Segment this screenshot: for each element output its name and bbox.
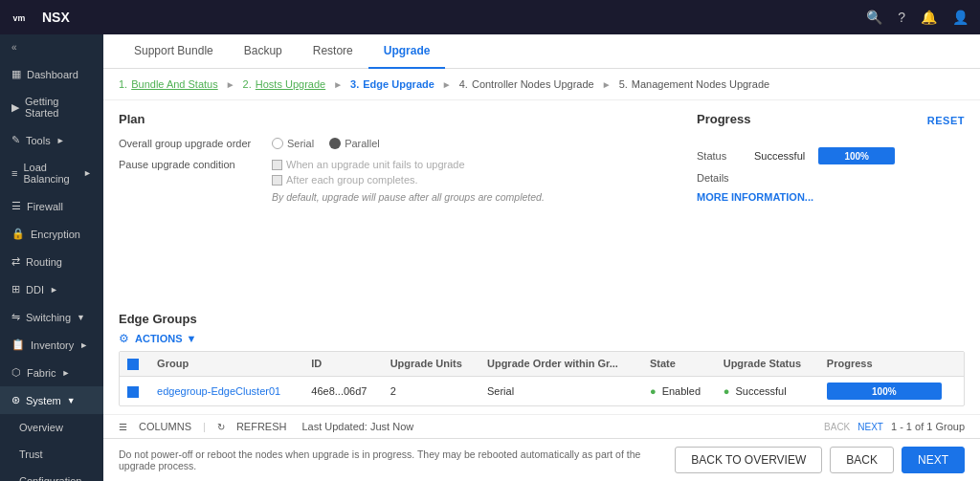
step-controller-nodes[interactable]: 4. Controller Nodes Upgrade	[459, 78, 594, 90]
help-icon[interactable]: ?	[898, 10, 905, 25]
getting-started-icon: ▶	[11, 101, 19, 114]
search-icon[interactable]: 🔍	[866, 10, 882, 25]
row-check-icon[interactable]	[127, 386, 139, 398]
next-button[interactable]: NEXT	[902, 447, 965, 473]
sidebar-item-label: Configuration	[19, 475, 81, 481]
system-icon: ⊛	[11, 394, 20, 406]
tab-support-bundle[interactable]: Support Bundle	[119, 34, 229, 69]
brand: vm NSX	[11, 10, 866, 25]
row-group[interactable]: edgegroup-EdgeCluster01	[149, 377, 303, 406]
sidebar-item-label: System	[26, 395, 61, 406]
step-num: 1.	[119, 78, 127, 90]
upgrade-order-label: Overall group upgrade order	[119, 138, 272, 149]
progress-title: Progress	[697, 112, 750, 126]
main-layout: « ▦ Dashboard ▶ Getting Started ✎ Tools …	[0, 34, 980, 481]
row-upgrade-units: 2	[383, 377, 479, 406]
sidebar-item-label: Routing	[26, 256, 62, 268]
refresh-button[interactable]: REFRESH	[236, 421, 287, 432]
pause-option-2[interactable]: After each group completes.	[272, 174, 465, 186]
sidebar-item-encryption[interactable]: 🔒 Encryption	[0, 220, 103, 248]
sidebar-item-label: Getting Started	[25, 96, 92, 119]
encryption-icon: 🔒	[11, 228, 25, 240]
more-information-link[interactable]: MORE INFORMATION...	[697, 191, 965, 203]
parallel-radio[interactable]: Parallel	[329, 138, 380, 149]
step-label: Hosts Upgrade	[256, 78, 325, 90]
step-sep-4: ►	[602, 79, 612, 90]
sidebar-item-switching[interactable]: ⇋ Switching ▼	[0, 303, 103, 331]
row-upgrade-order: Serial	[479, 377, 642, 406]
sidebar-item-configuration[interactable]: Configuration	[0, 468, 103, 481]
switching-arrow-icon: ▼	[77, 313, 85, 322]
plan-hint: By default, upgrade will pause after all…	[272, 191, 678, 203]
back-to-overview-button[interactable]: BACK TO OVERVIEW	[675, 447, 822, 473]
step-bundle-and-status[interactable]: 1. Bundle And Status	[119, 78, 218, 90]
tab-bar: Support Bundle Backup Restore Upgrade	[103, 34, 980, 69]
sidebar-item-firewall[interactable]: ☰ Firewall	[0, 192, 103, 220]
vm-logo-icon: vm	[11, 10, 34, 25]
sidebar-item-system[interactable]: ⊛ System ▼	[0, 386, 103, 414]
plan-title: Plan	[119, 112, 678, 126]
table-row: edgegroup-EdgeCluster01 46e8...06d7 2 Se…	[120, 377, 964, 406]
tab-upgrade[interactable]: Upgrade	[368, 34, 446, 69]
serial-radio[interactable]: Serial	[272, 138, 314, 149]
main-body: Plan Overall group upgrade order Serial …	[103, 100, 980, 312]
step-sep-1: ►	[226, 79, 235, 90]
bottom-bar: Do not power-off or reboot the nodes whe…	[103, 438, 980, 481]
step-num: 2.	[243, 78, 252, 90]
pause-option-1[interactable]: When an upgrade unit fails to upgrade	[272, 159, 465, 170]
actions-button[interactable]: ACTIONS ▼	[135, 333, 196, 344]
step-sep-3: ►	[442, 79, 452, 90]
header-checkbox[interactable]	[127, 359, 139, 370]
upgrade-order-options: Serial Parallel	[272, 138, 380, 149]
brand-name: NSX	[42, 10, 70, 25]
sidebar-item-label: Switching	[26, 312, 71, 323]
sidebar-item-label: Trust	[19, 448, 43, 460]
status-row: Status Successful 100%	[697, 147, 965, 164]
row-state: ● Enabled	[642, 377, 716, 406]
footer-sep-1: |	[203, 421, 206, 432]
upgrade-status-dot-icon: ●	[724, 385, 730, 397]
sidebar-item-tools[interactable]: ✎ Tools ►	[0, 126, 103, 154]
table-header-row: Group ID Upgrade Units Upgrade Order wit…	[120, 352, 964, 377]
row-progress-bar: 100%	[827, 383, 942, 400]
sidebar-item-overview[interactable]: Overview	[0, 414, 103, 441]
pagination: BACK NEXT 1 - 1 of 1 Group	[824, 421, 965, 432]
bell-icon[interactable]: 🔔	[921, 10, 937, 25]
sidebar-item-inventory[interactable]: 📋 Inventory ►	[0, 331, 103, 359]
reset-button[interactable]: RESET	[927, 115, 965, 126]
top-nav: vm NSX 🔍 ? 🔔 👤	[0, 0, 980, 34]
sidebar-item-load-balancing[interactable]: ≡ Load Balancing ►	[0, 154, 103, 192]
inventory-arrow-icon: ►	[79, 340, 88, 350]
step-edge-upgrade[interactable]: 3. Edge Upgrade	[350, 78, 434, 90]
col-upgrade-status: Upgrade Status	[716, 352, 819, 377]
sidebar-item-trust[interactable]: Trust	[0, 441, 103, 468]
sidebar-item-label: DDI	[26, 284, 44, 295]
sidebar-item-label: Dashboard	[27, 69, 78, 80]
col-group: Group	[149, 352, 303, 377]
routing-icon: ⇄	[11, 255, 20, 268]
back-button[interactable]: BACK	[830, 447, 894, 473]
col-id: ID	[303, 352, 382, 377]
table-footer: ☰ COLUMNS | ↻ REFRESH Last Updated: Just…	[103, 414, 980, 438]
col-upgrade-order: Upgrade Order within Gr...	[479, 352, 642, 377]
next-page-button[interactable]: NEXT	[858, 422, 883, 432]
edge-groups-title: Edge Groups	[119, 312, 965, 326]
tab-backup[interactable]: Backup	[229, 34, 298, 69]
step-management-nodes[interactable]: 5. Management Nodes Upgrade	[619, 78, 770, 90]
back-page-button[interactable]: BACK	[824, 422, 850, 432]
sidebar-item-routing[interactable]: ⇄ Routing	[0, 248, 103, 275]
pause-option-2-label: After each group completes.	[286, 174, 418, 186]
sidebar-item-ddi[interactable]: ⊞ DDI ►	[0, 275, 103, 303]
sidebar-item-getting-started[interactable]: ▶ Getting Started	[0, 88, 103, 126]
step-label: Controller Nodes Upgrade	[472, 78, 594, 90]
step-hosts-upgrade[interactable]: 2. Hosts Upgrade	[243, 78, 326, 90]
user-icon[interactable]: 👤	[952, 10, 969, 25]
sidebar-collapse-btn[interactable]: «	[0, 34, 103, 60]
fabric-icon: ⬡	[11, 366, 21, 379]
columns-button[interactable]: COLUMNS	[139, 421, 191, 432]
upgrade-status-value: Successful	[735, 385, 786, 397]
sidebar-item-fabric[interactable]: ⬡ Fabric ►	[0, 359, 103, 386]
svg-text:vm: vm	[13, 13, 26, 23]
sidebar-item-dashboard[interactable]: ▦ Dashboard	[0, 60, 103, 88]
tab-restore[interactable]: Restore	[298, 34, 368, 69]
